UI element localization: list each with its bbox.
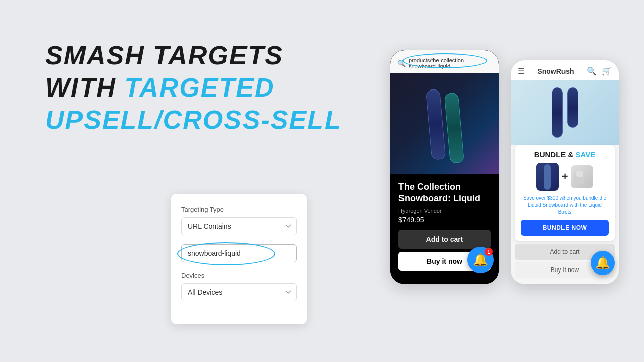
phone2-snowboard-1 xyxy=(552,87,563,138)
devices-label: Devices xyxy=(181,272,297,279)
bundle-boots-img xyxy=(571,165,593,188)
phone2-search-icon[interactable]: 🔍 xyxy=(587,66,597,76)
bundle-items: + xyxy=(521,163,609,191)
phone2-bell-badge[interactable]: 🔔 xyxy=(591,251,615,275)
phone2-topbar: ☰ SnowRush 🔍 🛒 xyxy=(511,60,619,80)
phone2-product-image xyxy=(511,80,619,145)
bundle-description: Save over $300 when you bundle theLiquid… xyxy=(521,195,609,216)
phone2-store-name: SnowRush xyxy=(537,67,574,75)
bell-icon-2: 🔔 xyxy=(595,256,610,270)
hero-line2: WITH TARGETED xyxy=(45,72,342,103)
bell-notification-count: 1 xyxy=(485,248,493,256)
targeting-card: Targeting Type URL Contains URL Equals U… xyxy=(171,194,307,324)
phone1-search-icon: 🔍 xyxy=(397,60,406,67)
bundle-boots-svg xyxy=(573,168,591,186)
phone2-cart-icon[interactable]: 🛒 xyxy=(602,66,612,76)
phone1-vendor: Hydrogen Vendor xyxy=(398,208,491,214)
bundle-snowboard-svg xyxy=(543,164,552,190)
snowboard-2 xyxy=(444,92,464,163)
hero-line1: SMASH TARGETS xyxy=(45,40,342,70)
hero-line2-black: WITH xyxy=(45,73,116,102)
bundle-card: BUNDLE & SAVE + Save over $300 when yo xyxy=(515,145,615,241)
url-input[interactable] xyxy=(181,244,297,262)
phone-mockup-2: ☰ SnowRush 🔍 🛒 BUNDLE & SAVE xyxy=(511,60,619,284)
phone2-snowboard-2 xyxy=(567,87,578,128)
snowboard-illustration-1 xyxy=(426,87,464,160)
phones-container: 🔍 products/the-collection-snowboard-liqu… xyxy=(390,50,619,284)
hero-section: SMASH TARGETS WITH TARGETED UPSELL/CROSS… xyxy=(45,40,342,135)
bundle-title-save: SAVE xyxy=(575,150,595,159)
targeting-type-select[interactable]: URL Contains URL Equals URL Starts With xyxy=(181,217,297,235)
devices-select[interactable]: All Devices Mobile Desktop Tablet xyxy=(181,283,297,301)
targeting-type-label: Targeting Type xyxy=(181,206,297,213)
hero-line2-blue: TARGETED xyxy=(124,73,274,102)
phone1-url: products/the-collection-snowboard-liquid xyxy=(409,57,492,69)
phone2-menu-icon[interactable]: ☰ xyxy=(518,66,525,76)
snowboard-1 xyxy=(426,89,446,160)
url-input-wrapper xyxy=(181,244,297,262)
phone2-nav-icons: 🔍 🛒 xyxy=(587,66,612,76)
phone-mockup-1: 🔍 products/the-collection-snowboard-liqu… xyxy=(390,50,499,284)
bundle-snowboard-img xyxy=(536,163,559,191)
bundle-title-black: BUNDLE & xyxy=(534,150,574,159)
phone1-product-image xyxy=(390,73,499,174)
hero-line3: UPSELL/CROSS-SELL xyxy=(45,105,342,135)
bundle-now-button[interactable]: BUNDLE NOW xyxy=(521,220,609,236)
phone1-price: $749.95 xyxy=(398,216,491,224)
svg-rect-0 xyxy=(544,164,551,190)
phone1-product-name: The CollectionSnowboard: Liquid xyxy=(398,181,491,205)
bundle-title: BUNDLE & SAVE xyxy=(521,150,609,159)
svg-rect-2 xyxy=(576,171,583,177)
phone1-add-to-cart-button[interactable]: Add to cart xyxy=(398,230,491,249)
phone1-bell-badge[interactable]: 🔔 1 xyxy=(467,247,494,273)
bundle-plus-sign: + xyxy=(562,171,568,183)
phone1-urlbar: 🔍 products/the-collection-snowboard-liqu… xyxy=(390,50,499,73)
